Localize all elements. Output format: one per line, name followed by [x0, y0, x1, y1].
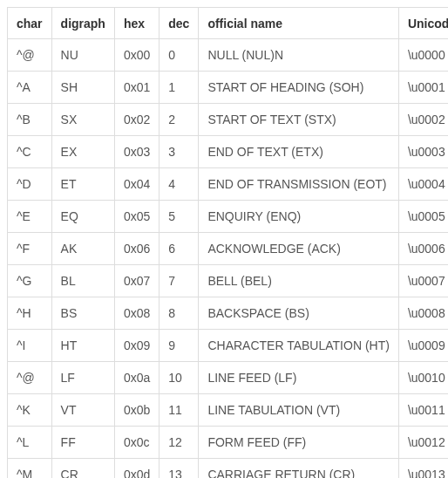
- cell-char: ^B: [8, 104, 52, 136]
- cell-hex: 0x04: [114, 168, 159, 201]
- table-row: ^@ LF 0x0a 10 LINE FEED (LF) \u0010: [8, 362, 449, 394]
- table-body: ^@ NU 0x00 0 NULL (NUL)N \u0000 ^A SH 0x…: [8, 39, 449, 479]
- col-header-char: char: [8, 8, 52, 39]
- cell-digraph: EX: [51, 136, 114, 168]
- cell-dec: 12: [160, 427, 199, 459]
- cell-hex: 0x0c: [114, 427, 159, 459]
- cell-char: ^M: [8, 459, 52, 479]
- cell-name: BACKSPACE (BS): [199, 297, 398, 330]
- cell-unicode: \u0000: [398, 39, 448, 72]
- cell-dec: 10: [160, 362, 199, 394]
- table-row: ^M CR 0x0d 13 CARRIAGE RETURN (CR) \u001…: [8, 459, 449, 479]
- cell-char: ^F: [8, 233, 52, 265]
- cell-dec: 6: [160, 233, 199, 265]
- col-header-dec: dec: [160, 8, 199, 39]
- cell-dec: 0: [160, 39, 199, 72]
- cell-hex: 0x06: [114, 233, 159, 265]
- cell-hex: 0x0d: [114, 459, 159, 479]
- table-row: ^A SH 0x01 1 START OF HEADING (SOH) \u00…: [8, 72, 449, 104]
- cell-digraph: LF: [51, 362, 114, 394]
- cell-char: ^C: [8, 136, 52, 168]
- cell-hex: 0x0a: [114, 362, 159, 394]
- cell-name: FORM FEED (FF): [199, 427, 398, 459]
- cell-char: ^H: [8, 297, 52, 330]
- col-header-official-name: official name: [199, 8, 398, 39]
- cell-digraph: EQ: [51, 201, 114, 233]
- cell-digraph: SH: [51, 72, 114, 104]
- cell-dec: 4: [160, 168, 199, 201]
- cell-char: ^L: [8, 427, 52, 459]
- table-row: ^L FF 0x0c 12 FORM FEED (FF) \u0012: [8, 427, 449, 459]
- cell-dec: 11: [160, 394, 199, 427]
- cell-name: BELL (BEL): [199, 265, 398, 297]
- table-row: ^H BS 0x08 8 BACKSPACE (BS) \u0008: [8, 297, 449, 330]
- cell-unicode: \u0003: [398, 136, 448, 168]
- table-row: ^F AK 0x06 6 ACKNOWLEDGE (ACK) \u0006: [8, 233, 449, 265]
- cell-dec: 2: [160, 104, 199, 136]
- cell-unicode: \u0010: [398, 362, 448, 394]
- cell-unicode: \u0013: [398, 459, 448, 479]
- cell-unicode: \u0001: [398, 72, 448, 104]
- cell-name: ACKNOWLEDGE (ACK): [199, 233, 398, 265]
- cell-hex: 0x05: [114, 201, 159, 233]
- cell-char: ^@: [8, 39, 52, 72]
- cell-dec: 8: [160, 297, 199, 330]
- cell-digraph: ET: [51, 168, 114, 201]
- cell-unicode: \u0002: [398, 104, 448, 136]
- cell-char: ^I: [8, 330, 52, 362]
- cell-hex: 0x08: [114, 297, 159, 330]
- cell-unicode: \u0008: [398, 297, 448, 330]
- cell-digraph: HT: [51, 330, 114, 362]
- table-row: ^D ET 0x04 4 END OF TRANSMISSION (EOT) \…: [8, 168, 449, 201]
- cell-unicode: \u0006: [398, 233, 448, 265]
- table-row: ^B SX 0x02 2 START OF TEXT (STX) \u0002: [8, 104, 449, 136]
- cell-dec: 5: [160, 201, 199, 233]
- cell-unicode: \u0012: [398, 427, 448, 459]
- cell-digraph: CR: [51, 459, 114, 479]
- cell-digraph: BS: [51, 297, 114, 330]
- cell-digraph: BL: [51, 265, 114, 297]
- col-header-digraph: digraph: [51, 8, 114, 39]
- cell-unicode: \u0007: [398, 265, 448, 297]
- cell-name: CARRIAGE RETURN (CR): [199, 459, 398, 479]
- cell-name: END OF TRANSMISSION (EOT): [199, 168, 398, 201]
- cell-name: NULL (NUL)N: [199, 39, 398, 72]
- cell-digraph: SX: [51, 104, 114, 136]
- cell-char: ^G: [8, 265, 52, 297]
- cell-hex: 0x09: [114, 330, 159, 362]
- table-row: ^I HT 0x09 9 CHARACTER TABULATION (HT) \…: [8, 330, 449, 362]
- cell-char: ^@: [8, 362, 52, 394]
- cell-digraph: NU: [51, 39, 114, 72]
- col-header-hex: hex: [114, 8, 159, 39]
- col-header-unicode: Unicode: [398, 8, 448, 39]
- cell-dec: 13: [160, 459, 199, 479]
- table-row: ^E EQ 0x05 5 ENQUIRY (ENQ) \u0005: [8, 201, 449, 233]
- cell-name: END OF TEXT (ETX): [199, 136, 398, 168]
- table-row: ^C EX 0x03 3 END OF TEXT (ETX) \u0003: [8, 136, 449, 168]
- table-row: ^G BL 0x07 7 BELL (BEL) \u0007: [8, 265, 449, 297]
- cell-hex: 0x00: [114, 39, 159, 72]
- cell-digraph: FF: [51, 427, 114, 459]
- ascii-control-table: char digraph hex dec official name Unico…: [7, 7, 448, 478]
- cell-unicode: \u0011: [398, 394, 448, 427]
- cell-name: LINE TABULATION (VT): [199, 394, 398, 427]
- cell-hex: 0x02: [114, 104, 159, 136]
- table-row: ^@ NU 0x00 0 NULL (NUL)N \u0000: [8, 39, 449, 72]
- cell-hex: 0x07: [114, 265, 159, 297]
- cell-char: ^E: [8, 201, 52, 233]
- table-header-row: char digraph hex dec official name Unico…: [8, 8, 449, 39]
- cell-hex: 0x03: [114, 136, 159, 168]
- cell-unicode: \u0009: [398, 330, 448, 362]
- cell-digraph: AK: [51, 233, 114, 265]
- cell-char: ^K: [8, 394, 52, 427]
- cell-hex: 0x01: [114, 72, 159, 104]
- cell-char: ^D: [8, 168, 52, 201]
- cell-name: START OF TEXT (STX): [199, 104, 398, 136]
- cell-dec: 9: [160, 330, 199, 362]
- table-row: ^K VT 0x0b 11 LINE TABULATION (VT) \u001…: [8, 394, 449, 427]
- cell-dec: 3: [160, 136, 199, 168]
- cell-name: START OF HEADING (SOH): [199, 72, 398, 104]
- cell-unicode: \u0004: [398, 168, 448, 201]
- cell-dec: 7: [160, 265, 199, 297]
- cell-dec: 1: [160, 72, 199, 104]
